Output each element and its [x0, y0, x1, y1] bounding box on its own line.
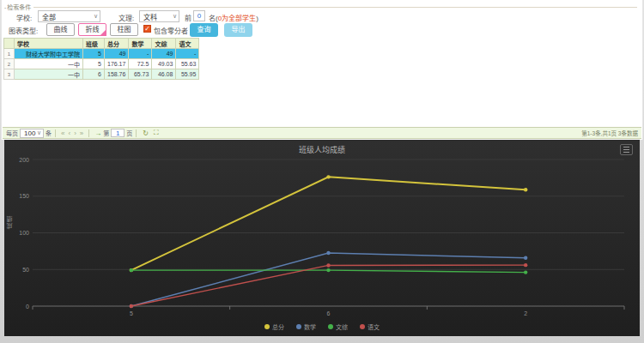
- shuxue-cell: -: [129, 49, 152, 59]
- svg-text:150: 150: [19, 193, 29, 199]
- last-page-icon[interactable]: »: [80, 129, 83, 137]
- svg-text:100: 100: [19, 230, 29, 236]
- legend-item[interactable]: 语文: [360, 322, 380, 331]
- per-page-select[interactable]: 100 ∨: [20, 129, 44, 138]
- prev-page-icon[interactable]: ‹: [68, 129, 70, 137]
- rownum-header: [4, 39, 15, 49]
- include-zero-label: 包含零分者: [154, 26, 188, 35]
- divider: [33, 7, 637, 8]
- legend-marker-icon: [360, 324, 365, 329]
- zongfen-cell: 176.17: [105, 59, 129, 69]
- legend-label: 总分: [272, 322, 284, 331]
- yuwen-cell: 55.63: [176, 59, 199, 69]
- chevron-down-icon: ∨: [37, 129, 41, 136]
- banji-cell: 6: [83, 69, 105, 80]
- per-page-label: 每页: [6, 129, 18, 137]
- table-row[interactable]: 3 一中 6 158.76 65.73 46.08 55.95: [4, 69, 199, 80]
- class-average-chart: 班级人均成绩 成绩 050100150200562 总分 数学 文综 语文: [4, 140, 640, 336]
- school-select-value: 全部: [42, 12, 56, 21]
- top-n-input[interactable]: [193, 10, 205, 21]
- svg-text:5: 5: [130, 310, 133, 316]
- rownum-cell: 1: [4, 49, 15, 59]
- divider: [55, 129, 56, 137]
- collapse-dash-icon[interactable]: -: [4, 4, 6, 10]
- export-button[interactable]: 导出: [224, 23, 252, 37]
- col-shuxue[interactable]: 数学: [129, 39, 152, 49]
- table-row[interactable]: 2 一中 5 176.17 72.5 49.03 55.63: [4, 59, 199, 69]
- chart-type-line-button[interactable]: 折线: [78, 23, 106, 36]
- wenzong-cell: 46.08: [152, 69, 176, 80]
- table-row[interactable]: 1 财经大学附中工学院 5 49 - 49 -: [4, 49, 199, 59]
- school-label: 学校:: [16, 13, 32, 22]
- zongfen-cell: 49: [105, 49, 129, 59]
- pager-summary: 第1-3条,共1页 3条数据: [581, 129, 638, 137]
- chart-legend: 总分 数学 文综 语文: [4, 322, 640, 331]
- legend-marker-icon: [264, 324, 270, 329]
- chart-type-curve-button[interactable]: 曲线: [46, 23, 75, 36]
- shuxue-cell: 65.73: [129, 69, 152, 80]
- rownum-cell: 2: [4, 59, 15, 69]
- chart-plot-area: 050100150200562: [4, 140, 640, 336]
- legend-label: 语文: [368, 322, 380, 331]
- banji-cell: 5: [83, 49, 105, 59]
- banji-cell: 5: [83, 59, 105, 69]
- col-school[interactable]: 学校: [15, 39, 83, 49]
- legend-item[interactable]: 数学: [296, 322, 316, 331]
- results-table: 学校 班级 总分 数学 文综 语文 1 财经大学附中工学院 5 49 - 49 …: [3, 38, 199, 80]
- zongfen-cell: 158.76: [105, 69, 129, 80]
- legend-item[interactable]: 文综: [328, 322, 348, 331]
- next-page-icon[interactable]: ›: [74, 129, 76, 137]
- per-page-unit: 条: [46, 129, 52, 137]
- col-yuwen[interactable]: 语文: [176, 39, 199, 49]
- top-n-hint: 0为全部学生: [218, 15, 256, 22]
- chart-type-label: 图表类型:: [9, 26, 38, 35]
- yuwen-cell: 55.95: [176, 69, 199, 80]
- divider: [88, 129, 89, 137]
- search-conditions-label: 检索条件: [7, 3, 31, 11]
- refresh-icon[interactable]: ↻: [143, 129, 149, 137]
- search-panel: - 检索条件 学校: 全部 ∨ 文理: 文科 ∨ 前 名(0为全部学生) 图表类…: [1, 0, 643, 140]
- chart-type-bar-button[interactable]: 柱图: [110, 23, 138, 36]
- school-cell: 一中: [15, 69, 83, 80]
- wenli-label: 文理:: [118, 13, 134, 22]
- legend-item[interactable]: 总分: [264, 322, 284, 331]
- legend-marker-icon: [328, 324, 333, 329]
- wenzong-cell: 49.03: [152, 59, 176, 69]
- legend-label: 文综: [336, 322, 348, 331]
- shuxue-cell: 72.5: [129, 59, 152, 69]
- legend-label: 数学: [304, 322, 316, 331]
- chevron-down-icon: ∨: [94, 13, 98, 20]
- page-label-suffix: 页: [126, 129, 132, 137]
- svg-text:200: 200: [19, 157, 29, 163]
- top-n-suffix: 名(0为全部学生): [209, 13, 258, 22]
- page: - 检索条件 学校: 全部 ∨ 文理: 文科 ∨ 前 名(0为全部学生) 图表类…: [0, 0, 644, 343]
- svg-text:2: 2: [524, 310, 527, 316]
- page-label-prefix: 第: [103, 129, 109, 137]
- school-select[interactable]: 全部 ∨: [38, 10, 100, 22]
- wenli-select-value: 文科: [143, 12, 157, 21]
- school-cell: 财经大学附中工学院: [15, 49, 83, 59]
- school-cell: 一中: [15, 59, 83, 69]
- divider: [136, 129, 137, 137]
- col-wenzong[interactable]: 文综: [152, 39, 176, 49]
- pager-bar: 每页 100 ∨ 条 « ‹ › » → 第 页 ↻ ⛶ 第1-3条,共1页 3…: [3, 127, 641, 139]
- col-banji[interactable]: 班级: [83, 39, 105, 49]
- go-page-icon[interactable]: →: [94, 129, 101, 137]
- wenli-select[interactable]: 文科 ∨: [139, 10, 179, 22]
- include-zero-checkbox[interactable]: ✓: [143, 25, 151, 33]
- legend-marker-icon: [296, 324, 301, 329]
- chevron-down-icon: ∨: [173, 13, 177, 20]
- page-number-input[interactable]: [111, 129, 125, 137]
- svg-text:6: 6: [327, 310, 331, 316]
- yuwen-cell: -: [176, 49, 199, 59]
- query-button[interactable]: 查询: [190, 23, 218, 37]
- svg-text:50: 50: [22, 267, 29, 273]
- svg-text:0: 0: [26, 304, 29, 310]
- wenzong-cell: 49: [152, 49, 176, 59]
- rownum-cell: 3: [4, 69, 15, 80]
- top-n-label: 前: [185, 13, 191, 22]
- table-header-row: 学校 班级 总分 数学 文综 语文: [4, 39, 199, 49]
- col-zongfen[interactable]: 总分: [105, 39, 129, 49]
- first-page-icon[interactable]: «: [61, 129, 64, 137]
- expand-icon[interactable]: ⛶: [154, 129, 159, 137]
